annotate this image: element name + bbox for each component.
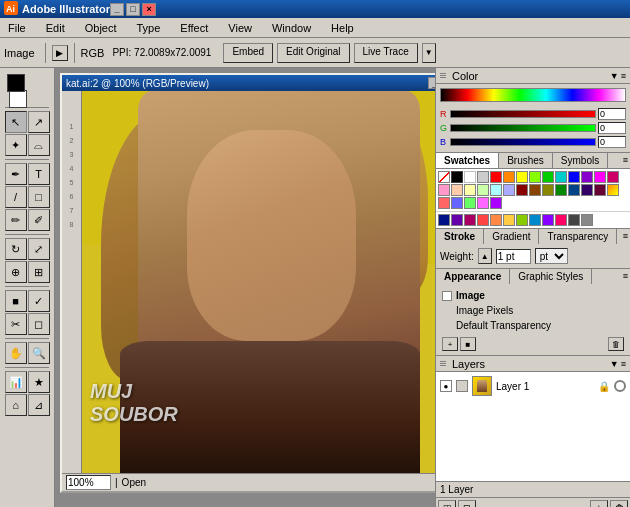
swatch-white[interactable] xyxy=(464,171,476,183)
tab-swatches[interactable]: Swatches xyxy=(436,153,499,168)
tool-gradient[interactable]: ■ xyxy=(5,290,27,312)
tool-pencil[interactable]: ✐ xyxy=(28,209,50,231)
swatches-menu[interactable]: ≡ xyxy=(621,153,630,168)
swatch-violet[interactable] xyxy=(581,171,593,183)
swatch-brown[interactable] xyxy=(529,184,541,196)
swatch-deep-pink[interactable] xyxy=(464,214,476,226)
tab-graphic-styles[interactable]: Graphic Styles xyxy=(510,269,592,284)
doc-minimize[interactable]: _ xyxy=(428,77,435,89)
menu-type[interactable]: Type xyxy=(133,20,165,36)
tab-symbols[interactable]: Symbols xyxy=(553,153,608,168)
swatch-black[interactable] xyxy=(451,171,463,183)
layer-lock-icon[interactable]: 🔒 xyxy=(598,380,610,392)
color-b-input[interactable] xyxy=(598,136,626,148)
tool-blend[interactable]: ⊕ xyxy=(5,261,27,283)
swatch-sky[interactable] xyxy=(529,214,541,226)
slider-b-track[interactable] xyxy=(450,138,596,146)
stroke-spinup[interactable]: ▲ xyxy=(478,248,492,264)
tool-magic-wand[interactable]: ✦ xyxy=(5,134,27,156)
appearance-add-fill[interactable]: ■ xyxy=(460,337,476,351)
edit-original-button[interactable]: Edit Original xyxy=(277,43,349,63)
layer-target[interactable] xyxy=(614,380,626,392)
layers-panel-menu[interactable]: ≡ xyxy=(621,359,626,369)
layers-new-layer-from-selection[interactable]: ◫ xyxy=(438,500,456,508)
menu-view[interactable]: View xyxy=(224,20,256,36)
swatch-dark-yellow[interactable] xyxy=(542,184,554,196)
layer-visibility-toggle[interactable]: ● xyxy=(440,380,452,392)
tool-eyedrop[interactable]: ✓ xyxy=(28,290,50,312)
tool-warp[interactable]: ⌂ xyxy=(5,394,27,416)
swatch-purple[interactable] xyxy=(490,197,502,209)
slider-r-track[interactable] xyxy=(450,110,596,118)
tool-line[interactable]: / xyxy=(5,186,27,208)
tool-brush[interactable]: ✏ xyxy=(5,209,27,231)
foreground-color-swatch[interactable] xyxy=(7,74,25,92)
background-color-swatch[interactable] xyxy=(9,90,27,108)
close-button[interactable]: × xyxy=(142,3,156,16)
swatch-cyan[interactable] xyxy=(555,171,567,183)
swatch-med-magenta[interactable] xyxy=(477,197,489,209)
swatch-navy[interactable] xyxy=(438,214,450,226)
menu-object[interactable]: Object xyxy=(81,20,121,36)
menu-window[interactable]: Window xyxy=(268,20,315,36)
tab-stroke[interactable]: Stroke xyxy=(436,229,484,244)
swatch-indigo[interactable] xyxy=(581,184,593,196)
tab-brushes[interactable]: Brushes xyxy=(499,153,553,168)
tool-zoom[interactable]: 🔍 xyxy=(28,342,50,364)
tool-rotate[interactable]: ↻ xyxy=(5,238,27,260)
document-canvas[interactable]: MUJSOUBOR xyxy=(82,91,435,476)
tool-chart[interactable]: 📊 xyxy=(5,371,27,393)
live-trace-button[interactable]: Live Trace xyxy=(354,43,418,63)
menu-edit[interactable]: Edit xyxy=(42,20,69,36)
color-panel-collapse[interactable]: ▼ xyxy=(610,71,619,81)
swatch-electric-purple[interactable] xyxy=(542,214,554,226)
tab-gradient[interactable]: Gradient xyxy=(484,229,539,244)
tool-lasso[interactable]: ⌓ xyxy=(28,134,50,156)
swatch-gold[interactable] xyxy=(503,214,515,226)
live-trace-dropdown[interactable]: ▼ xyxy=(422,43,436,63)
swatch-orange[interactable] xyxy=(503,171,515,183)
menu-effect[interactable]: Effect xyxy=(176,20,212,36)
appearance-delete[interactable]: 🗑 xyxy=(608,337,624,351)
color-r-input[interactable] xyxy=(598,108,626,120)
swatch-tangerine[interactable] xyxy=(490,214,502,226)
tool-eraser[interactable]: ◻ xyxy=(28,313,50,335)
swatch-dark-blue[interactable] xyxy=(568,184,580,196)
swatch-lime[interactable] xyxy=(516,214,528,226)
tool-hand[interactable]: ✋ xyxy=(5,342,27,364)
tool-direct-select[interactable]: ↗ xyxy=(28,111,50,133)
tool-width[interactable]: ⊿ xyxy=(28,394,50,416)
layers-delete-layer[interactable]: 🗑 xyxy=(610,500,628,508)
swatch-light-pink[interactable] xyxy=(438,184,450,196)
swatch-coral[interactable] xyxy=(477,214,489,226)
swatch-lt-cyan[interactable] xyxy=(490,184,502,196)
swatch-green[interactable] xyxy=(542,171,554,183)
swatch-lt-yellow[interactable] xyxy=(464,184,476,196)
swatch-med-green[interactable] xyxy=(464,197,476,209)
swatch-gray[interactable] xyxy=(581,214,593,226)
swatch-maroon[interactable] xyxy=(594,184,606,196)
tool-symbol[interactable]: ★ xyxy=(28,371,50,393)
menu-help[interactable]: Help xyxy=(327,20,358,36)
appearance-add-stroke[interactable]: + xyxy=(442,337,458,351)
layers-new-layer[interactable]: + xyxy=(590,500,608,508)
appearance-checkbox[interactable] xyxy=(442,291,452,301)
color-panel-menu[interactable]: ≡ xyxy=(621,71,626,81)
swatch-dark-green[interactable] xyxy=(555,184,567,196)
tab-appearance[interactable]: Appearance xyxy=(436,269,510,284)
maximize-button[interactable]: □ xyxy=(126,3,140,16)
swatch-yellow[interactable] xyxy=(516,171,528,183)
swatch-yellow-green[interactable] xyxy=(529,171,541,183)
tool-scale[interactable]: ⤢ xyxy=(28,238,50,260)
swatch-blue[interactable] xyxy=(568,171,580,183)
appearance-menu[interactable]: ≡ xyxy=(621,269,630,284)
minimize-button[interactable]: _ xyxy=(110,3,124,16)
swatch-lt-blue[interactable] xyxy=(503,184,515,196)
swatch-dark-pink[interactable] xyxy=(607,171,619,183)
swatch-none[interactable] xyxy=(438,171,450,183)
tool-scissors[interactable]: ✂ xyxy=(5,313,27,335)
zoom-input[interactable] xyxy=(66,475,111,490)
layer-row-1[interactable]: ● Layer 1 🔒 xyxy=(438,374,628,398)
color-gradient-bar[interactable] xyxy=(440,88,626,102)
swatch-lt-green[interactable] xyxy=(477,184,489,196)
